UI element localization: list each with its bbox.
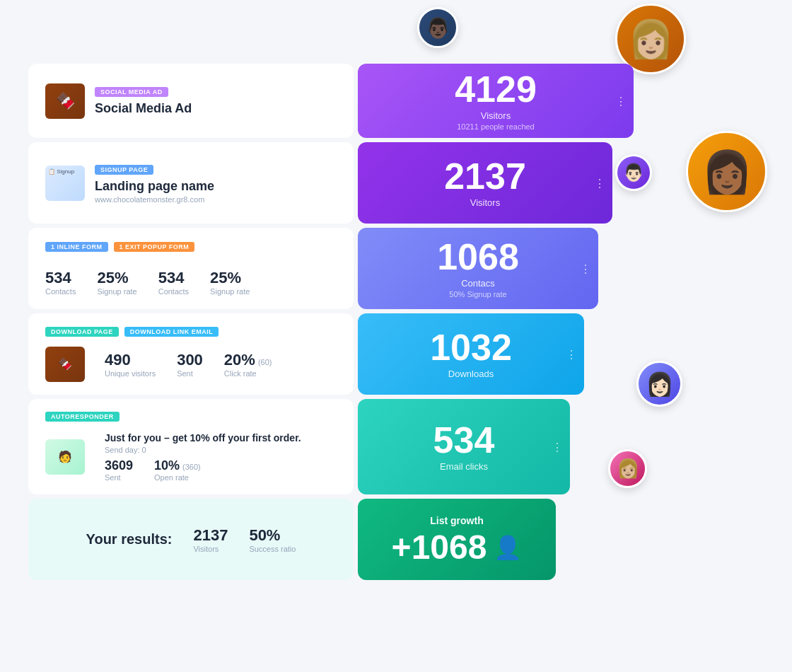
row3-badge-row: 1 INLINE FORM 1 EXIT POPUP FORM [45,242,337,256]
avatar-image: 👩🏾 [688,133,765,210]
row3-left: 1 INLINE FORM 1 EXIT POPUP FORM 534 Cont… [28,228,354,309]
avatar-mid-man: 👨🏻 [615,154,652,191]
row4-stat-3: 20% (60) Click rate [224,351,272,378]
row3-stat3-label: Contacts [158,287,189,296]
row5-stat2-extra: (360) [182,463,201,471]
row1-right[interactable]: 4129 Visitors 10211 people reached ⋮ [358,64,634,138]
row1-title: Social Media Ad [95,101,192,116]
row3-metric-label: Contacs [437,278,519,289]
row5-more-menu[interactable]: ⋮ [552,440,563,453]
row1-more-menu[interactable]: ⋮ [615,94,627,108]
row4-more-menu[interactable]: ⋮ [566,347,577,361]
row5-stats: 3609 Sent 10% (360) Open rate [105,458,337,482]
row4-thumbnail: 🍫 [45,347,85,382]
row2-subtitle: www.chocolatemonster.gr8.com [95,195,214,204]
row3-stat3-value: 534 [158,269,189,287]
row3-stats: 534 Contacts 25% Signup rate 534 Contact… [45,269,337,296]
row5-stat2-value: 10% [154,458,180,473]
results-title: Your results: [86,531,173,548]
row1-thumbnail: 🍫 [45,83,85,119]
funnel-row-3: 1 INLINE FORM 1 EXIT POPUP FORM 534 Cont… [28,228,778,309]
row1-metric-label: Visitors [455,110,537,121]
row3-stat2-value: 25% [97,269,136,287]
row5-left: AUTORESPONDER 🧑 Just for you – get 10% o… [28,399,354,494]
row3-metric-sublabel: 50% Signup rate [437,290,519,299]
row4-metric-label: Downloads [430,369,512,379]
row4-stat1-label: Unique visitors [105,369,156,378]
row3-stat1-value: 534 [45,269,76,287]
row3-more-menu[interactable]: ⋮ [580,262,591,275]
row5-stat2-label: Open rate [154,473,201,482]
row3-stat-1: 534 Contacts [45,269,76,296]
list-growth-value: +1068 [392,531,487,564]
row4-stat1-value: 490 [105,351,156,369]
row4-left: DOWNLOAD PAGE DOWNLOAD LINK EMAIL 🍫 490 … [28,313,354,395]
funnel-row-6: Your results: 2137 Visitors 50% Success … [28,499,778,580]
thumb-text: 📋 Signup [48,168,74,175]
row2-thumbnail: 📋 Signup [45,166,85,201]
row4-stat-1: 490 Unique visitors [105,351,156,378]
row3-stat1-label: Contacts [45,287,76,296]
avatar-top-dark: 👨🏿 [417,7,458,48]
funnel-row-1: 🍫 SOCIAL MEDIA AD Social Media Ad 4129 V… [28,64,778,138]
avatar-image: 👨🏿 [419,9,456,46]
row3-stat4-value: 25% [210,269,250,287]
row4-stat3-value: 20% [224,351,255,369]
row2-left: 📋 Signup SIGNUP PAGE Landing page name w… [28,142,354,224]
row4-stat3-label: Click rate [224,369,272,378]
row3-stat-3: 534 Contacts [158,269,189,296]
row2-badge: SIGNUP PAGE [95,165,153,175]
results-stat2-value: 50% [249,526,296,545]
row5-badge-row: AUTORESPONDER [45,412,337,426]
row5-right[interactable]: 534 Email clicks ⋮ [358,399,570,494]
row3-metric-value: 1068 [437,238,519,275]
results-stat-1: 2137 Visitors [193,526,228,553]
row2-metric-value: 2137 [444,158,526,195]
row3-stat-2: 25% Signup rate [97,269,136,296]
avatar-curly: 👩🏾 [686,131,767,212]
row4-stat3-extra: (60) [258,358,272,366]
results-stat-2: 50% Success ratio [249,526,296,553]
row4-stat2-label: Sent [177,369,203,378]
row2-more-menu[interactable]: ⋮ [594,176,605,190]
row5-metric-value: 534 [433,422,495,458]
row4-stat-2: 300 Sent [177,351,203,378]
row4-stat2-value: 300 [177,351,203,369]
row3-badge-inline: 1 INLINE FORM [45,242,108,252]
row3-stat2-label: Signup rate [97,287,136,296]
row3-stat-4: 25% Signup rate [210,269,250,296]
row2-right[interactable]: 2137 Visitors ⋮ [358,142,612,224]
avatar-image: 👩🏻 [639,363,680,405]
list-growth-label: List growth [392,515,523,526]
row2-title: Landing page name [95,179,214,194]
row5-stat-2: 10% (360) Open rate [154,458,201,482]
row5-badge: AUTORESPONDER [45,412,120,422]
row6-left: Your results: 2137 Visitors 50% Success … [28,499,354,580]
row4-badge-download: DOWNLOAD PAGE [45,327,119,337]
row1-left: 🍫 SOCIAL MEDIA AD Social Media Ad [28,64,354,138]
row4-badge-email: DOWNLOAD LINK EMAIL [124,327,219,337]
funnel-row-2: 📋 Signup SIGNUP PAGE Landing page name w… [28,142,778,224]
results-stat1-label: Visitors [193,545,228,553]
row5-stat1-label: Sent [105,473,133,482]
row2-metric-label: Visitors [444,197,526,208]
row3-stat4-label: Signup rate [210,287,250,296]
funnel-wrapper: 🍫 SOCIAL MEDIA AD Social Media Ad 4129 V… [21,64,778,580]
main-container: 👨🏿 👩🏼 👨🏻 👩🏾 👩🏻 👩🏼 🍫 SOCIAL MEDIA AD Soci… [0,0,792,594]
row5-title: Just for you – get 10% off your first or… [105,431,337,444]
row4-stats: 490 Unique visitors 300 Sent 20% (60) [105,351,272,378]
row4-right[interactable]: 1032 Downloads ⋮ [358,313,584,395]
row1-metric-sublabel: 10211 people reached [455,122,537,131]
row5-stat1-value: 3609 [105,458,133,473]
row4-metric-value: 1032 [430,329,512,366]
row1-badge: SOCIAL MEDIA AD [95,87,168,97]
row3-right[interactable]: 1068 Contacs 50% Signup rate ⋮ [358,228,598,309]
results-stat1-value: 2137 [193,526,228,545]
row4-badge-row: DOWNLOAD PAGE DOWNLOAD LINK EMAIL [45,327,337,341]
row5-thumbnail: 🧑 [45,439,85,475]
results-stat2-label: Success ratio [249,545,296,553]
avatar-download: 👩🏻 [636,361,682,407]
list-growth-icon: 👤 [494,534,522,561]
row5-metric-label: Email clicks [433,461,495,472]
row6-right[interactable]: List growth +1068 👤 [358,499,556,580]
